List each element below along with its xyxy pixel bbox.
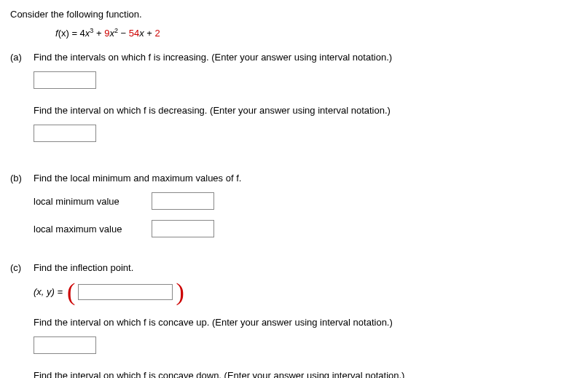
eq-of: (x) = 4 — [58, 28, 85, 39]
part-b-label: (b) — [10, 173, 34, 184]
b-prompt: Find the local minimum and maximum value… — [34, 173, 578, 184]
close-paren-icon: ) — [176, 282, 184, 302]
local-max-input[interactable] — [152, 220, 214, 237]
function-equation: f(x) = 4x3 + 9x2 − 54x + 2 — [55, 27, 578, 39]
c-prompt-inflection: Find the inflection point. — [34, 262, 578, 273]
part-c-label: (c) — [10, 262, 34, 273]
decreasing-interval-input[interactable] — [34, 125, 96, 142]
eq-minus: − — [118, 28, 129, 39]
part-a: (a) Find the intervals on which f is inc… — [10, 52, 578, 158]
intro-text: Consider the following function. — [10, 9, 578, 20]
local-max-label: local maximum value — [34, 224, 152, 235]
eq-plus1: + — [93, 28, 104, 39]
open-paren-icon: ( — [67, 282, 75, 302]
a-prompt-increasing: Find the intervals on which f is increas… — [34, 52, 578, 63]
eq-plus2: + — [144, 28, 155, 39]
local-min-label: local minimum value — [34, 196, 152, 207]
inflection-point-input[interactable] — [78, 284, 173, 300]
part-a-label: (a) — [10, 52, 34, 63]
c-prompt-concave-down: Find the interval on which f is concave … — [34, 370, 578, 378]
increasing-interval-input[interactable] — [34, 71, 96, 89]
concave-up-input[interactable] — [34, 336, 96, 354]
local-min-input[interactable] — [152, 192, 214, 210]
eq-c54: 54 — [129, 28, 139, 39]
xy-label: (x, y) = — [34, 286, 63, 297]
part-b: (b) Find the local minimum and maximum v… — [10, 173, 578, 248]
a-prompt-decreasing: Find the interval on which f is decreasi… — [34, 105, 578, 116]
c-prompt-concave-up: Find the interval on which f is concave … — [34, 317, 578, 328]
part-c: (c) Find the inflection point. (x, y) = … — [10, 262, 578, 378]
eq-c2: 2 — [155, 28, 160, 39]
